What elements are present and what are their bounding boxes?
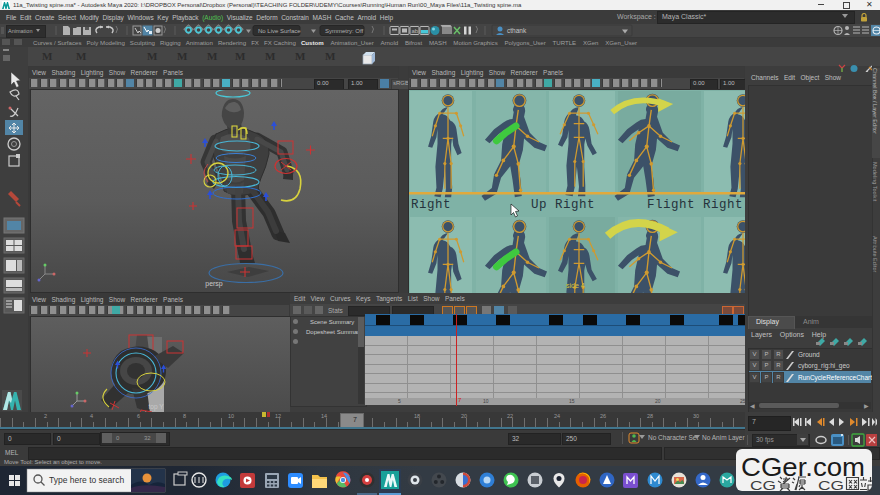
svg-text:Up Right: Up Right bbox=[531, 198, 595, 212]
svg-text:CG: CG bbox=[818, 478, 844, 493]
svg-text:Flight Right: Flight Right bbox=[647, 198, 743, 212]
svg-text:persp: persp bbox=[205, 280, 223, 288]
svg-text:Right: Right bbox=[411, 198, 451, 212]
svg-text:CG: CG bbox=[750, 478, 776, 493]
svg-text:top Y: top Y bbox=[148, 403, 164, 411]
svg-text:No Live Surface: No Live Surface bbox=[258, 28, 301, 34]
svg-text:Type here to search: Type here to search bbox=[49, 475, 124, 485]
svg-text:ab: ab bbox=[412, 28, 419, 34]
svg-text:side 4: side 4 bbox=[566, 282, 585, 289]
svg-text:cthank: cthank bbox=[507, 27, 527, 34]
svg-text:Symmetry: Off: Symmetry: Off bbox=[325, 28, 364, 34]
